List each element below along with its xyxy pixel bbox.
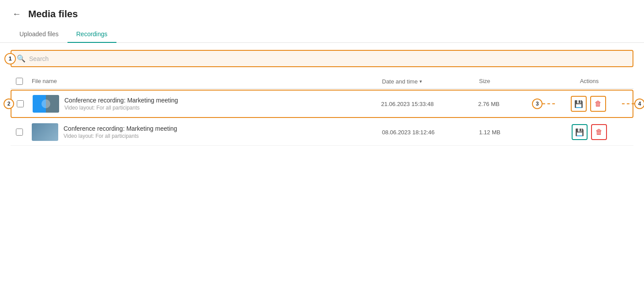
annotation-badge-1: 1 xyxy=(4,53,16,64)
save-icon: 💾 xyxy=(575,128,584,136)
trash-icon: 🗑 xyxy=(595,100,602,108)
table-header: File name Date and time ▾ Size Actions xyxy=(11,74,633,89)
search-container: 1 🔍 xyxy=(11,50,633,67)
col-header-datetime[interactable]: Date and time ▾ xyxy=(382,78,479,85)
row-checkbox[interactable] xyxy=(17,100,24,107)
save-icon: 💾 xyxy=(574,100,583,108)
col-datetime-label: Date and time xyxy=(382,78,418,85)
header: ← Media files xyxy=(0,0,644,21)
page-title: Media files xyxy=(28,8,78,20)
dashed-line-right xyxy=(622,103,634,104)
actions-cell: 💾 🗑 xyxy=(545,124,633,140)
datetime-cell: 08.06.2023 18:12:46 xyxy=(382,129,479,136)
file-name: Conference recording: Marketing meeting xyxy=(64,125,177,132)
trash-icon: 🗑 xyxy=(595,128,603,136)
sort-icon: ▾ xyxy=(419,79,422,84)
col-header-size: Size xyxy=(479,78,545,85)
annotation-badge-3: 3 xyxy=(532,99,543,109)
dashed-line-left xyxy=(543,103,555,104)
file-thumbnail xyxy=(32,123,58,141)
tab-uploaded-files[interactable]: Uploaded files xyxy=(11,26,67,43)
file-name: Conference recording: Marketing meeting xyxy=(64,97,178,104)
save-button-row2[interactable]: 💾 xyxy=(572,124,588,140)
file-text: Conference recording: Marketing meeting … xyxy=(64,125,177,139)
file-info: Conference recording: Marketing meeting … xyxy=(29,95,381,113)
search-icon: 🔍 xyxy=(17,54,26,63)
search-input[interactable] xyxy=(29,55,627,62)
row-checkbox[interactable] xyxy=(16,129,23,136)
row-checkbox-col xyxy=(11,129,28,136)
delete-button-row1[interactable]: 🗑 xyxy=(590,96,606,112)
tab-recordings[interactable]: Recordings xyxy=(67,26,116,43)
save-button-row1[interactable]: 💾 xyxy=(571,96,587,112)
select-all-checkbox[interactable] xyxy=(16,78,23,85)
delete-button-row2[interactable]: 🗑 xyxy=(591,124,607,140)
table-row: Conference recording: Marketing meeting … xyxy=(11,119,633,146)
tabs-bar: Uploaded files Recordings xyxy=(0,26,644,43)
datetime-cell: 21.06.2023 15:33:48 xyxy=(381,101,478,107)
col-header-filename: File name xyxy=(28,78,382,85)
row-checkbox-col xyxy=(11,100,29,107)
file-info: Conference recording: Marketing meeting … xyxy=(28,123,382,141)
file-subtitle: Video layout: For all participants xyxy=(64,105,178,111)
page-container: ← Media files Uploaded files Recordings … xyxy=(0,0,644,288)
col-header-actions: Actions xyxy=(545,78,633,85)
annotation-badge-2: 2 xyxy=(4,99,14,109)
annotation-badge-4: 4 xyxy=(634,99,644,109)
file-thumbnail xyxy=(33,95,59,113)
table-row: 2 Conference recording: Marketing meetin… xyxy=(11,90,633,118)
search-bar: 🔍 xyxy=(11,50,633,67)
file-text: Conference recording: Marketing meeting … xyxy=(64,97,178,111)
back-arrow-icon: ← xyxy=(12,9,21,19)
actions-cell: 3 💾 🗑 4 xyxy=(544,96,633,112)
size-cell: 1.12 MB xyxy=(479,129,545,136)
file-subtitle: Video layout: For all participants xyxy=(64,133,177,139)
back-button[interactable]: ← xyxy=(11,7,23,21)
header-checkbox-col xyxy=(11,78,28,85)
table-container: File name Date and time ▾ Size Actions 2… xyxy=(0,74,644,146)
